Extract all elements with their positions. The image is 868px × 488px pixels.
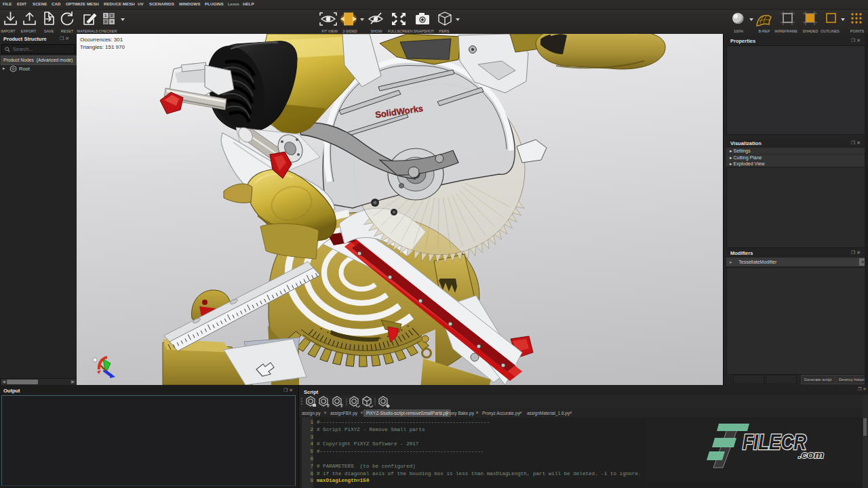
svg-text:.com: .com (798, 449, 824, 460)
svg-text:FILECR: FILECR (743, 430, 807, 454)
